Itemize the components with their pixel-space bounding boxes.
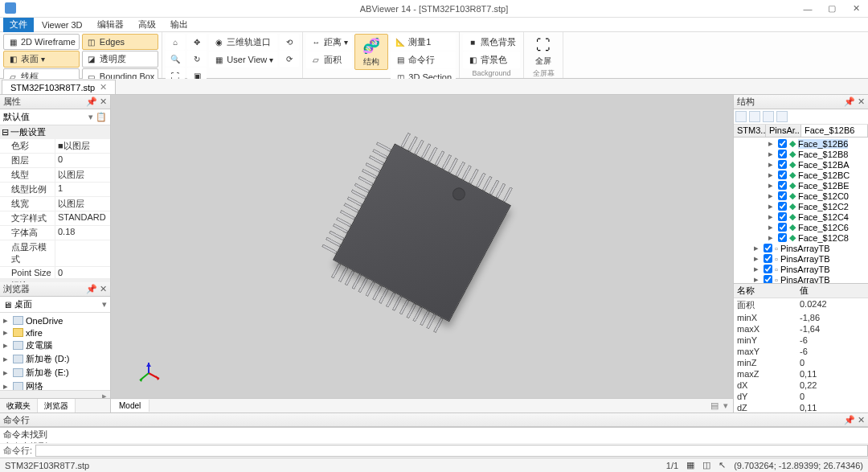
status-tool-1[interactable]: ▦ (686, 460, 694, 470)
btn-fullscreen[interactable]: ⛶ 全屏 (527, 34, 559, 68)
face-node[interactable]: ▸◆Face_$12C6 (735, 222, 867, 232)
btn-orbit[interactable]: ◉三维轨道口 (209, 34, 277, 51)
pins-node[interactable]: ▸▫PinsArrayTB (735, 274, 867, 284)
transparency-icon: ◪ (86, 54, 97, 65)
menu-advanced[interactable]: 高级 (132, 17, 162, 32)
status-tool-2[interactable]: ◫ (702, 460, 710, 470)
pins-node[interactable]: ▸▫PinsArrayTB (735, 243, 867, 253)
area-icon: ▱ (310, 55, 321, 66)
file-tab[interactable]: STM32F103R8T7.stp✕ (2, 80, 116, 94)
close-button[interactable]: ✕ (844, 0, 868, 17)
bgcolor-icon: ◧ (467, 55, 478, 66)
btn-edges[interactable]: ◫Edges (82, 34, 159, 50)
tree-node[interactable]: ▸网络 (2, 380, 108, 390)
menu-editor[interactable]: 编辑器 (91, 17, 130, 32)
face-node[interactable]: ▸◆Face_$12B8 (735, 149, 867, 159)
struct-tool-3[interactable] (763, 111, 774, 122)
menu-output[interactable]: 输出 (164, 17, 194, 32)
face-node[interactable]: ▸◆Face_$12C4 (735, 211, 867, 222)
btn-rotate[interactable]: ↻ (187, 51, 207, 67)
struct-tool-2[interactable] (749, 111, 760, 122)
face-node[interactable]: ▸◆Face_$12C2 (735, 201, 867, 211)
struct-tab-1[interactable]: STM3... (734, 125, 766, 137)
face-node[interactable]: ▸◆Face_$12C8 (735, 232, 867, 243)
prop-row[interactable]: 图层0 (0, 154, 110, 168)
3d-canvas[interactable] (111, 95, 733, 398)
menu-viewer3d[interactable]: Viewer 3D (35, 18, 89, 31)
face-node[interactable]: ▸◆Face_$12BE (735, 180, 867, 191)
btn-pan[interactable]: ✥ (187, 34, 207, 50)
cmd-label: 命令行: (0, 444, 35, 458)
prop-row[interactable]: 文字样式STANDARD (0, 211, 110, 226)
nav-icon: ⟲ (284, 36, 295, 47)
btn-measurement[interactable]: 📐测量1 (391, 34, 456, 51)
tab-browser[interactable]: 浏览器 (38, 399, 76, 413)
struct-tab-2[interactable]: PinsAr... (766, 125, 801, 137)
status-page: 1/1 (666, 461, 678, 470)
struct-tool-4[interactable] (776, 111, 788, 122)
browser-dropdown[interactable]: ▾ (102, 299, 107, 310)
btn-structure[interactable]: 🧬 结构 (354, 34, 388, 70)
prop-row[interactable]: 线宽以图层 (0, 197, 110, 211)
rprop-row: minZ0 (734, 357, 868, 368)
pin-icon[interactable]: 📌 ✕ (844, 96, 865, 107)
prop-row[interactable]: 色彩■以图层 (0, 139, 110, 154)
vp-dropdown-icon[interactable]: ▾ (723, 400, 728, 411)
btn-bgcolor[interactable]: ◧背景色 (463, 51, 520, 68)
maximize-button[interactable]: ▢ (820, 0, 844, 17)
pin-icon[interactable]: 📌 ✕ (86, 96, 107, 107)
chip-model (302, 113, 542, 352)
rprop-row: dZ0,11 (734, 402, 868, 412)
title-bar: ABViewer 14 - [STM32F103R8T7.stp] — ▢ ✕ (0, 0, 868, 18)
face-node[interactable]: ▸◆Face_$12BA (735, 159, 867, 170)
axis-gizmo[interactable] (137, 361, 161, 385)
struct-tool-1[interactable] (735, 111, 747, 122)
prop-row[interactable]: 点显示模式 (0, 240, 110, 267)
prop-row[interactable]: Point Size0 (0, 267, 110, 279)
pins-node[interactable]: ▸▫PinsArrayTB (735, 253, 867, 264)
face-node[interactable]: ▸◆Face_$12B6 (735, 138, 867, 149)
close-tab-icon[interactable]: ✕ (100, 82, 107, 92)
minimize-button[interactable]: — (796, 0, 820, 17)
btn-transparency[interactable]: ◪透明度 (82, 51, 159, 68)
menu-file[interactable]: 文件 (3, 17, 34, 32)
tree-node[interactable]: ▸皮電腦 (2, 339, 108, 352)
btn-2d-wireframe[interactable]: ▦2D Wireframe (3, 34, 80, 50)
prop-row[interactable]: 线型以图层 (0, 168, 110, 183)
tree-node[interactable]: ▸xfire (2, 326, 108, 339)
face-node[interactable]: ▸◆Face_$12BC (735, 170, 867, 180)
nav2-icon: ⟳ (284, 53, 295, 64)
rprop-row: dX0,22 (734, 380, 868, 391)
wireframe-icon: ▦ (7, 36, 18, 47)
command-input[interactable] (35, 445, 868, 457)
status-bar: STM32F103R8T7.stp 1/1 ▦ ◫ ↖ (9.703264; -… (0, 458, 868, 472)
group-fullscreen: 全屏幕 (527, 68, 559, 80)
struct-tab-3[interactable]: Face_$12B6 (801, 125, 868, 137)
prop-cat-general[interactable]: ⊟一般设置 (0, 125, 110, 139)
btn-blackbg[interactable]: ■黑色背景 (463, 34, 520, 51)
model-tab[interactable]: Model (111, 400, 149, 412)
btn-distance[interactable]: ↔距离 ▾ (306, 34, 352, 51)
pin-icon[interactable]: 📌 ✕ (86, 284, 107, 294)
btn-nav1[interactable]: ⟲ (280, 34, 299, 50)
pin-icon[interactable]: 📌 ✕ (844, 415, 865, 425)
defaults-dropdown[interactable]: ▾ 📋 (88, 112, 107, 122)
face-node[interactable]: ▸◆Face_$12C0 (735, 191, 867, 201)
tree-node[interactable]: ▸新加卷 (E:) (2, 366, 108, 380)
window-title: ABViewer 14 - [STM32F103R8T7.stp] (360, 4, 508, 14)
btn-surface[interactable]: ◧表面 ▾ (3, 51, 80, 68)
btn-area[interactable]: ▱面积 (306, 51, 352, 68)
vp-config-icon[interactable]: ▤ (710, 400, 719, 411)
btn-userview[interactable]: ▦User View ▾ (209, 51, 277, 68)
btn-nav2[interactable]: ⟳ (280, 51, 299, 67)
btn-zoom[interactable]: 🔍 (166, 51, 185, 67)
btn-cmdline[interactable]: ▤命令行 (391, 51, 456, 68)
tab-favorites[interactable]: 收藏夹 (0, 399, 38, 413)
tree-node[interactable]: ▸OneDrive (2, 314, 108, 326)
pins-node[interactable]: ▸▫PinsArrayTB (735, 264, 867, 274)
prop-row[interactable]: 线型比例1 (0, 183, 110, 197)
btn-home[interactable]: ⌂ (166, 34, 185, 50)
prop-row[interactable]: 字体高0.18 (0, 226, 110, 240)
tree-node[interactable]: ▸新加卷 (D:) (2, 352, 108, 366)
distance-icon: ↔ (310, 37, 321, 48)
